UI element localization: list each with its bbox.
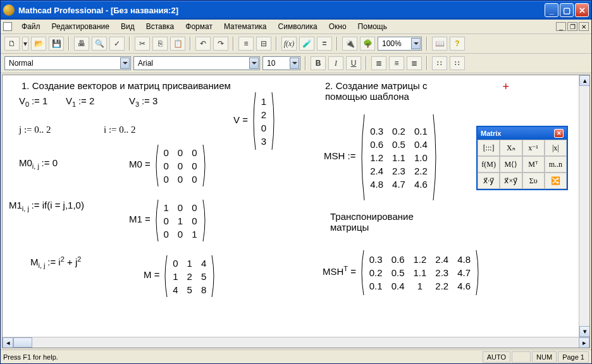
v1-def: V1 := 2 — [66, 95, 94, 108]
i-range: i := 0.. 2 — [104, 124, 136, 135]
format-toolbar: Normal Arial 10 B I U ≣ ≡ ≣ ∷ ∷ — [1, 54, 591, 73]
status-num: NUM — [532, 351, 557, 363]
maximize-button[interactable]: ▢ — [560, 3, 574, 17]
window-title: Mathcad Professional - [Без названия:2] — [18, 6, 178, 15]
mdi-close-button[interactable]: ✕ — [579, 22, 589, 31]
horizontal-scrollbar[interactable]: ◂ ▸ — [3, 337, 589, 348]
palette-button[interactable]: [:::] — [478, 140, 500, 156]
status-help: Press F1 for help. — [3, 353, 58, 361]
status-bar: Press F1 for help. AUTO NUM Page 1 — [1, 349, 591, 363]
new-button[interactable]: 🗋 — [4, 37, 20, 51]
v3-def: V3 := 3 — [129, 95, 157, 108]
size-value: 10 — [267, 59, 275, 68]
zoom-value: 100% — [382, 39, 402, 48]
menu-window[interactable]: Окно — [323, 21, 352, 32]
heading-1: 1. Создание векторов и матриц присваиван… — [22, 80, 231, 91]
vertical-scrollbar[interactable]: ▴ ▾ — [579, 75, 589, 337]
m0-result: M0 = 000000000 — [129, 143, 208, 188]
menu-edit[interactable]: Редактирование — [46, 21, 115, 32]
menu-math[interactable]: Математика — [218, 21, 273, 32]
font-value: Arial — [138, 59, 153, 68]
m1-result: M1 = 100010001 — [129, 198, 208, 243]
align2-button[interactable]: ⊟ — [256, 37, 271, 51]
palette-button[interactable]: Xₙ — [500, 140, 522, 156]
function-button[interactable]: f(x) — [281, 37, 297, 51]
zoom-combo[interactable]: 100% — [378, 37, 422, 51]
menu-bar: Файл Редактирование Вид Вставка Формат М… — [1, 20, 591, 34]
undo-button[interactable]: ↶ — [195, 37, 211, 51]
msht-result: MSHT = 0.30.61.22.44.80.20.51.12.34.70.1… — [323, 249, 481, 296]
status-blank — [512, 351, 531, 363]
menu-view[interactable]: Вид — [115, 21, 140, 32]
scroll-right-button[interactable]: ▸ — [579, 337, 589, 348]
palette-button[interactable]: Συ — [522, 173, 545, 189]
document-icon[interactable] — [3, 22, 12, 31]
align-center-button[interactable]: ≡ — [389, 56, 404, 70]
bold-button[interactable]: B — [311, 56, 326, 70]
palette-button[interactable]: x⃗·y⃗ — [478, 173, 500, 189]
cut-button[interactable]: ✂ — [135, 37, 150, 51]
new-dropdown-button[interactable]: ▾ — [22, 37, 28, 51]
app-icon — [3, 4, 15, 16]
close-button[interactable]: ✕ — [575, 3, 589, 17]
m1-def: M1i, j := if(i = j,1,0) — [9, 200, 84, 212]
scroll-thumb[interactable] — [13, 337, 32, 348]
palette-button[interactable]: m..n — [545, 156, 567, 173]
menu-format[interactable]: Формат — [180, 21, 218, 32]
msh-def: MSH := 0.30.20.10.60.50.41.21.11.02.42.3… — [324, 113, 440, 202]
m-def: Mi, j := i2 + j2 — [30, 255, 81, 269]
tree-button[interactable]: 🌳 — [360, 37, 375, 51]
palette-button[interactable]: Mᵀ — [522, 156, 545, 173]
align-right-button[interactable]: ≣ — [407, 56, 422, 70]
scroll-down-button[interactable]: ▾ — [579, 326, 590, 337]
worksheet[interactable]: + 1. Создание векторов и матриц присваив… — [3, 75, 579, 337]
m-result: M = 014125458 — [144, 254, 217, 298]
scroll-up-button[interactable]: ▴ — [579, 75, 590, 86]
calculate-button[interactable]: = — [317, 37, 332, 51]
palette-button[interactable]: x⁻¹ — [522, 140, 545, 156]
title-bar: Mathcad Professional - [Без названия:2] … — [1, 1, 591, 20]
component-button[interactable]: 🔌 — [342, 37, 357, 51]
v0-def: V0 := 1 — [19, 95, 47, 108]
align-button[interactable]: ≡ — [238, 37, 254, 51]
units-button[interactable]: 🧪 — [299, 37, 314, 51]
scroll-left-button[interactable]: ◂ — [3, 337, 13, 348]
minimize-button[interactable]: _ — [545, 3, 558, 17]
style-combo[interactable]: Normal — [4, 56, 131, 70]
v-vector: V = 1203 — [233, 91, 277, 151]
align-left-button[interactable]: ≣ — [371, 56, 386, 70]
menu-insert[interactable]: Вставка — [140, 21, 180, 32]
spellcheck-button[interactable]: ✓ — [109, 37, 125, 51]
size-combo[interactable]: 10 — [262, 56, 300, 70]
standard-toolbar: 🗋▾ 📂 💾 🖶 🔍 ✓ ✂ ⎘ 📋 ↶ ↷ ≡ ⊟ f(x) 🧪 = 🔌 🌳 … — [1, 34, 591, 54]
palette-button[interactable]: 🔀 — [545, 173, 567, 189]
copy-button[interactable]: ⎘ — [152, 37, 168, 51]
print-button[interactable]: 🖶 — [74, 37, 89, 51]
underline-button[interactable]: U — [346, 56, 361, 70]
palette-button[interactable]: M⟨⟩ — [500, 156, 522, 173]
palette-close-button[interactable]: ✕ — [554, 129, 564, 138]
preview-button[interactable]: 🔍 — [92, 37, 107, 51]
open-button[interactable]: 📂 — [31, 37, 46, 51]
resource-button[interactable]: 📖 — [432, 37, 447, 51]
j-range: j := 0.. 2 — [19, 124, 51, 135]
matrix-palette[interactable]: Matrix✕ [:::]Xₙx⁻¹|x|f(M)M⟨⟩Mᵀm..nx⃗·y⃗x… — [476, 126, 568, 190]
font-combo[interactable]: Arial — [133, 56, 260, 70]
numbering-button[interactable]: ∷ — [450, 56, 465, 70]
heading-2: 2. Создание матрицы с помощью шаблона — [325, 80, 433, 102]
palette-button[interactable]: x⃗×y⃗ — [500, 173, 522, 189]
save-button[interactable]: 💾 — [49, 37, 64, 51]
heading-3: Транспонирование матрицы — [330, 211, 431, 233]
menu-file[interactable]: Файл — [16, 21, 46, 32]
bullets-button[interactable]: ∷ — [432, 56, 447, 70]
mdi-minimize-button[interactable]: _ — [556, 22, 566, 31]
menu-help[interactable]: Помощь — [352, 21, 393, 32]
menu-symbolics[interactable]: Символика — [273, 21, 323, 32]
redo-button[interactable]: ↷ — [213, 37, 228, 51]
help-button[interactable]: ? — [450, 37, 465, 51]
paste-button[interactable]: 📋 — [170, 37, 185, 51]
palette-button[interactable]: |x| — [545, 140, 567, 156]
italic-button[interactable]: I — [328, 56, 343, 70]
mdi-restore-button[interactable]: ❐ — [567, 22, 577, 31]
palette-button[interactable]: f(M) — [478, 156, 500, 173]
